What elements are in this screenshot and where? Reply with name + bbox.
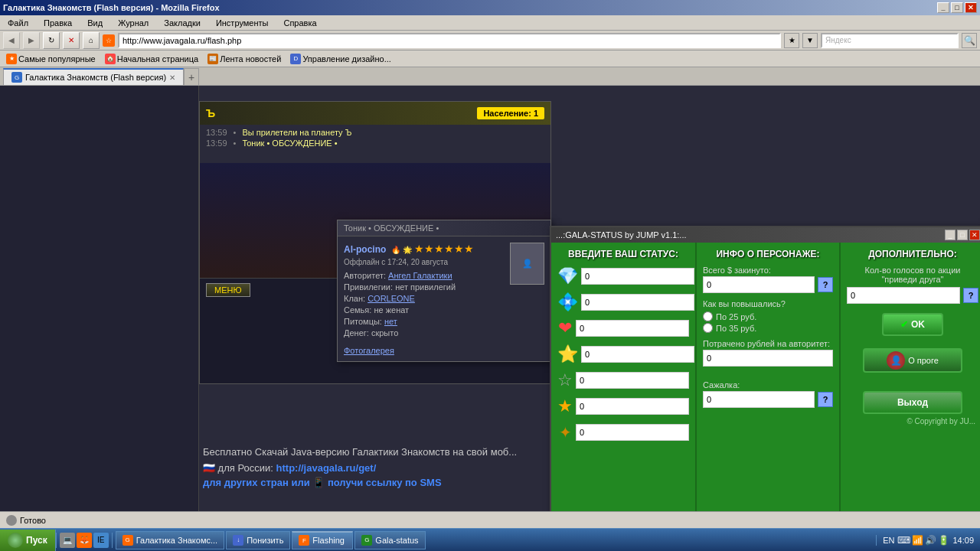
home-btn[interactable]: ⌂ (83, 32, 100, 49)
address-bar-container: ☆ http://www.javagala.ru/flash.php ★ ▼ (103, 33, 818, 48)
menu-journal[interactable]: Журнал (113, 17, 153, 29)
menu-help[interactable]: Справка (279, 17, 321, 29)
sys-icon-keyboard: ⌨ (897, 535, 910, 546)
menu-file[interactable]: Файл (3, 17, 33, 29)
taskbar-icon-2: ↓ (233, 535, 243, 546)
radio-25: По 25 руб. (703, 311, 833, 321)
status-input-6[interactable] (576, 398, 689, 415)
votes-input[interactable] (847, 287, 960, 304)
profile-family: Семья: не женат (344, 305, 504, 315)
total-input[interactable] (703, 276, 815, 293)
exit-label: Выход (897, 397, 928, 408)
profile-btn-container: 👤 О проге (847, 348, 978, 379)
status-input-3[interactable] (576, 320, 689, 337)
refresh-btn[interactable]: ↻ (43, 32, 60, 49)
game-header: Ъ Население: 1 (200, 102, 550, 125)
radio-35-label: По 35 руб. (716, 324, 756, 333)
profile-authority-value[interactable]: Ангел Галактики (388, 271, 452, 280)
bookmarks-bar: ★ Самые популярные 🏠 Начальная страница … (0, 51, 980, 67)
search-bar[interactable]: Яндекс (821, 33, 959, 48)
tab-favicon: G (11, 72, 22, 83)
browser-content: Ъ Население: 1 13:59 • Вы прилетели на п… (0, 86, 980, 534)
start-button[interactable]: Пуск (0, 530, 56, 551)
taskbar-icon-1: G (122, 535, 133, 546)
quick-icon-2[interactable]: 🦊 (77, 533, 92, 548)
quick-icon-3[interactable]: IE (93, 533, 109, 548)
forward-btn[interactable]: ▶ (23, 32, 40, 49)
status-icon-heart: ❤ (557, 318, 573, 339)
search-btn[interactable]: 🔍 (962, 33, 977, 48)
dialog-close[interactable]: ✕ (969, 230, 980, 240)
sys-icon-network: 📶 (912, 535, 923, 546)
chat-text-1: Вы прилетели на планету Ъ (242, 128, 351, 137)
menu-view[interactable]: Вид (83, 17, 107, 29)
status-input-5[interactable] (576, 372, 689, 389)
profile-pets: Питомцы: нет (344, 317, 504, 326)
bookmark-popular[interactable]: ★ Самые популярные (3, 53, 99, 65)
dialog-body: ВВЕДИТЕ ВАШ СТАТУС: 💎 💠 ❤ ⭐ (551, 243, 980, 534)
tab-main[interactable]: G Галактика Знакомств (Flash версия) ✕ (3, 68, 184, 85)
status-row-3: ❤ (557, 318, 689, 339)
menu-edit[interactable]: Правка (39, 17, 77, 29)
chat-time-2: 13:59 (206, 139, 227, 148)
dialog-maximize[interactable]: □ (957, 230, 968, 240)
taskbar-item-3[interactable]: F Flashing (292, 531, 353, 549)
profile-info-button[interactable]: 👤 О проге (863, 348, 962, 373)
address-bar[interactable]: http://www.javagala.ru/flash.php (118, 33, 781, 48)
total-question[interactable]: ? (818, 277, 833, 292)
planted-input[interactable] (703, 391, 815, 408)
dialog-minimize[interactable]: _ (945, 230, 956, 240)
minimize-btn[interactable]: _ (937, 2, 949, 13)
chat-line-2: 13:59 • Тоник • ОБСУЖДЕНИЕ • (206, 139, 544, 148)
quick-icon-1[interactable]: 💻 (60, 533, 75, 548)
bookmark-design[interactable]: D Управление дизайно... (287, 53, 394, 65)
menu-tools[interactable]: Инструменты (211, 17, 273, 29)
profile-username[interactable]: Al-pocino (344, 244, 386, 255)
profile-privileges: Привилегии: нет привилегий (344, 282, 504, 292)
dialog-title-bar: ...:GALA-STATUS by JUMP v1.1:... _ □ ✕ (551, 227, 980, 243)
taskbar-apps: G Галактика Знакомс... ↓ Понизить F Flas… (113, 531, 877, 549)
bookmark-star[interactable]: ★ (784, 33, 799, 48)
bookmark-news[interactable]: 📰 Лента новостей (204, 53, 284, 65)
radio-25-input[interactable] (703, 311, 713, 321)
taskbar-item-2[interactable]: ↓ Понизить (226, 531, 290, 549)
profile-pets-value[interactable]: нет (384, 317, 397, 326)
bookmark-home[interactable]: 🏠 Начальная страница (102, 53, 201, 65)
radio-35-input[interactable] (703, 323, 713, 333)
tab-new-btn[interactable]: + (184, 68, 199, 85)
quick-launch: 💻 🦊 IE (56, 533, 113, 548)
spent-row (703, 350, 833, 373)
status-bar: Готово (0, 511, 980, 528)
taskbar-right: EN ⌨ 📶 🔊 🔋 14:09 (876, 535, 980, 546)
profile-gallery[interactable]: Фотогалерея (344, 346, 544, 355)
taskbar: Пуск 💻 🦊 IE G Галактика Знакомс... ↓ Пон… (0, 528, 980, 551)
bottom-line2-url[interactable]: http://javagala.ru/get/ (276, 462, 377, 474)
status-input-1[interactable] (581, 268, 694, 285)
profile-stars: ★★★★★★ (414, 243, 474, 255)
maximize-btn[interactable]: □ (951, 2, 963, 13)
back-btn[interactable]: ◀ (3, 32, 20, 49)
exit-button[interactable]: Выход (863, 391, 962, 414)
close-btn[interactable]: ✕ (965, 2, 977, 13)
chat-dot-2: • (234, 139, 237, 148)
status-row-1: 💎 (557, 266, 689, 287)
profile-clan-value[interactable]: CORLEONE (368, 294, 415, 303)
left-sidebar (0, 86, 199, 534)
stop-btn[interactable]: ✕ (63, 32, 80, 49)
status-input-4[interactable] (581, 346, 694, 363)
spent-input[interactable] (703, 350, 833, 367)
bookmark-popular-icon: ★ (6, 54, 17, 64)
ok-button[interactable]: ✔ OK (882, 313, 943, 336)
status-input-7[interactable] (576, 424, 689, 441)
tab-close[interactable]: ✕ (169, 73, 175, 82)
menu-button[interactable]: МЕНЮ (206, 283, 250, 297)
planted-question[interactable]: ? (818, 392, 833, 407)
taskbar-item-4[interactable]: G Gala-status (354, 531, 425, 549)
status-input-2[interactable] (581, 294, 694, 311)
go-btn[interactable]: ▼ (802, 33, 818, 48)
menu-bookmarks[interactable]: Закладки (159, 17, 205, 29)
system-icons: ⌨ 📶 🔊 🔋 (897, 535, 949, 546)
taskbar-item-1[interactable]: G Галактика Знакомс... (116, 531, 224, 549)
votes-question[interactable]: ? (963, 288, 978, 303)
profile-info-label: О проге (908, 356, 939, 365)
